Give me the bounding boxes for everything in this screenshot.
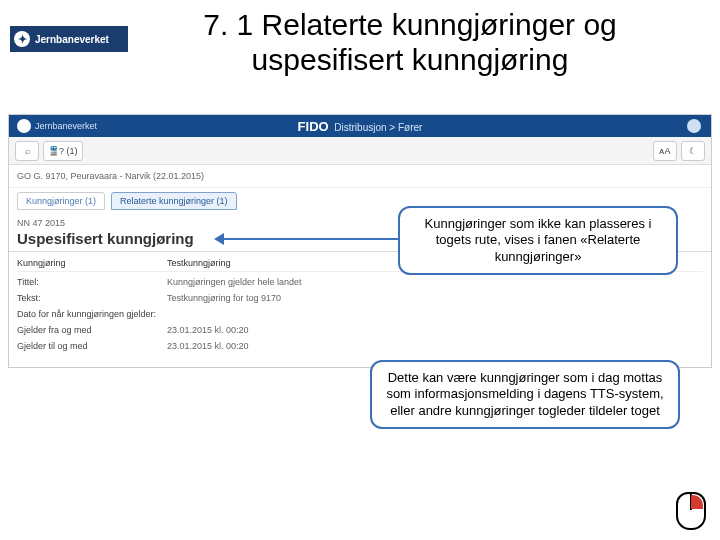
search-button[interactable]: ⌕	[15, 141, 39, 161]
header-logo-icon	[17, 119, 31, 133]
train-button[interactable]: 🚆? (1)	[43, 141, 83, 161]
form-value: 23.01.2015 kl. 00:20	[167, 325, 249, 335]
app-name-sub: Distribusjon > Fører	[334, 122, 422, 133]
mouse-icon	[676, 492, 706, 530]
mouse-right-button-icon	[691, 495, 703, 509]
form-header-col2: Testkunngjøring	[167, 258, 231, 268]
form-row: Gjelder fra og med 23.01.2015 kl. 00:20	[17, 325, 703, 335]
font-size-button[interactable]: ᴀA	[653, 141, 677, 161]
form-label: Tittel:	[17, 277, 167, 287]
tab-relaterte[interactable]: Relaterte kunngjøringer (1)	[111, 192, 237, 210]
form-value: Testkunngjøring for tog 9170	[167, 293, 281, 303]
callout-arrow-line	[223, 238, 398, 240]
form-row: Gjelder til og med 23.01.2015 kl. 00:20	[17, 341, 703, 351]
logo-text: Jernbaneverket	[35, 34, 109, 45]
form-row: Tekst: Testkunngjøring for tog 9170	[17, 293, 703, 303]
form-row: Tittel: Kunngjøringen gjelder hele lande…	[17, 277, 703, 287]
breadcrumb: GO G. 9170, Peuravaara - Narvik (22.01.2…	[9, 165, 711, 188]
app-header: Jernbaneverket FIDO Distribusjon > Fører	[9, 115, 711, 137]
form-label: Dato for når kunngjøringen gjelder:	[17, 309, 167, 319]
app-name: FIDO Distribusjon > Fører	[298, 119, 423, 134]
form-value: 23.01.2015 kl. 00:20	[167, 341, 249, 351]
logo-icon: ✦	[14, 31, 30, 47]
brand-logo: ✦ Jernbaneverket	[10, 26, 128, 52]
form-label: Gjelder til og med	[17, 341, 167, 351]
toolbar: ⌕ 🚆? (1) ᴀA ☾	[9, 137, 711, 165]
form-row: Dato for når kunngjøringen gjelder:	[17, 309, 703, 319]
callout-2: Dette kan være kunngjøringer som i dag m…	[370, 360, 680, 429]
form-label: Gjelder fra og med	[17, 325, 167, 335]
callout-1: Kunngjøringer som ikke kan plasseres i t…	[398, 206, 678, 275]
user-icon[interactable]	[687, 119, 701, 133]
theme-button[interactable]: ☾	[681, 141, 705, 161]
form-value: Kunngjøringen gjelder hele landet	[167, 277, 302, 287]
form-header-col1: Kunngjøring	[17, 258, 167, 268]
app-name-main: FIDO	[298, 119, 329, 134]
form-label: Tekst:	[17, 293, 167, 303]
callout-arrow-head-icon	[214, 233, 224, 245]
header-brand: Jernbaneverket	[35, 121, 97, 131]
tab-kunngjoringer[interactable]: Kunngjøringer (1)	[17, 192, 105, 210]
slide-title: 7. 1 Relaterte kunngjøringer og uspesifi…	[140, 8, 680, 77]
